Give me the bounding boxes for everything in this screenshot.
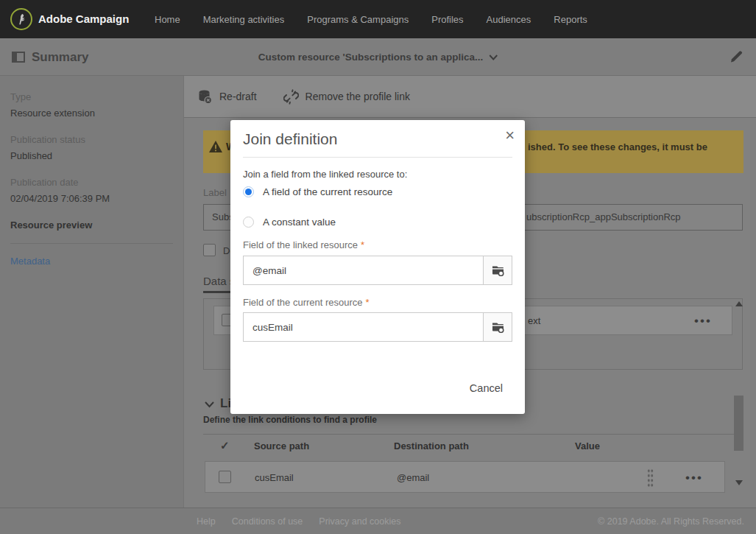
footer-link-help[interactable]: Help bbox=[197, 516, 216, 527]
link-row-source: cusEmail bbox=[255, 472, 294, 483]
required-asterisk: * bbox=[361, 239, 364, 250]
publication-date-label: Publication date bbox=[10, 177, 173, 188]
footer-link-conditions[interactable]: Conditions of use bbox=[232, 516, 303, 527]
scroll-up-icon[interactable] bbox=[735, 301, 743, 306]
section-title: Summary bbox=[32, 50, 88, 65]
pencil-edit-icon[interactable] bbox=[729, 49, 743, 64]
field-linked-label: Field of the linked resource bbox=[243, 239, 358, 250]
link-section-chevron-icon[interactable] bbox=[205, 401, 214, 408]
drag-handle-icon[interactable] bbox=[647, 468, 654, 487]
remove-profile-link-button[interactable]: Remove the profile link bbox=[283, 89, 410, 105]
metadata-link[interactable]: Metadata bbox=[10, 256, 173, 267]
link-row-ellipsis-menu[interactable]: ••• bbox=[685, 471, 703, 484]
radio-constant-value[interactable]: A constant value bbox=[243, 217, 336, 228]
folder-search-icon bbox=[492, 321, 504, 333]
nav-item-marketing-activities[interactable]: Marketing activities bbox=[203, 14, 285, 25]
column-value: Value bbox=[575, 440, 600, 452]
field-linked-picker-button[interactable] bbox=[483, 256, 512, 284]
publication-date-value: 02/04/2019 7:06:39 PM bbox=[10, 193, 173, 204]
nav-menu: Home Marketing activities Programs & Cam… bbox=[155, 0, 587, 38]
cancel-button[interactable]: Cancel bbox=[470, 382, 503, 394]
link-row-destination: @email bbox=[397, 472, 429, 483]
nav-item-home[interactable]: Home bbox=[155, 14, 180, 25]
field-current-input-wrap bbox=[243, 312, 512, 342]
link-row-checkbox[interactable] bbox=[219, 471, 231, 483]
close-icon[interactable]: × bbox=[505, 126, 515, 145]
dialog-intro-text: Join a field from the linked resource to… bbox=[243, 169, 407, 180]
label-field-label: Label bbox=[203, 187, 227, 198]
row-ellipsis-menu[interactable]: ••• bbox=[694, 315, 712, 327]
field-linked-input[interactable] bbox=[244, 256, 484, 284]
field-current-label-row: Field of the current resource* bbox=[243, 297, 370, 308]
logo-glyph-icon bbox=[15, 13, 28, 26]
brand-title: Adobe Campaign bbox=[38, 0, 129, 38]
folder-search-icon bbox=[492, 264, 504, 276]
radio-selected-icon bbox=[243, 186, 254, 197]
summary-section: Summary bbox=[12, 38, 88, 76]
footer-link-privacy[interactable]: Privacy and cookies bbox=[319, 516, 400, 527]
link-table-header-border bbox=[203, 434, 743, 435]
required-asterisk: * bbox=[366, 297, 370, 308]
column-source-path: Source path bbox=[254, 440, 309, 452]
redraft-button[interactable]: Re-draft bbox=[197, 89, 257, 105]
summary-sidebar: Type Resource extension Publication stat… bbox=[0, 76, 184, 508]
nav-item-programs-campaigns[interactable]: Programs & Campaigns bbox=[307, 14, 409, 25]
nav-item-profiles[interactable]: Profiles bbox=[431, 14, 463, 25]
field-current-input[interactable] bbox=[244, 313, 484, 341]
radio-unselected-icon bbox=[243, 217, 254, 228]
id-input-value: ubscriptionRcp_appSubscriptionRcp bbox=[526, 211, 681, 222]
action-toolbar: Re-draft Remove the profile link bbox=[184, 76, 756, 118]
chevron-down-icon bbox=[489, 55, 498, 60]
check-column-icon: ✓ bbox=[220, 439, 230, 452]
warning-text-fragment-right: ished. To see these changes, it must be bbox=[528, 141, 707, 152]
link-condition-row[interactable]: cusEmail @email ••• bbox=[205, 461, 725, 493]
database-x-icon bbox=[197, 89, 213, 105]
link-section-subtitle: Define the link conditions to find a pro… bbox=[203, 415, 377, 425]
field-linked-label-row: Field of the linked resource* bbox=[243, 239, 364, 250]
field-current-label: Field of the current resource bbox=[243, 297, 363, 308]
footer-copyright: © 2019 Adobe. All Rights Reserved. bbox=[598, 516, 756, 527]
warning-icon bbox=[208, 140, 223, 153]
sidebar-divider bbox=[10, 243, 173, 244]
type-value: Resource extension bbox=[10, 108, 173, 119]
adobe-campaign-screen: Adobe Campaign Home Marketing activities… bbox=[0, 0, 756, 534]
publication-status-value: Published bbox=[10, 150, 173, 161]
radio-field-label: A field of the current resource bbox=[263, 186, 392, 197]
adobe-campaign-logo-icon[interactable] bbox=[10, 8, 32, 30]
publication-status-label: Publication status bbox=[10, 134, 173, 145]
broken-link-icon bbox=[283, 89, 299, 105]
scroll-down-icon[interactable] bbox=[735, 480, 743, 485]
page-header: Summary Custom resource 'Subscriptions t… bbox=[0, 38, 756, 76]
radio-field-of-current-resource[interactable]: A field of the current resource bbox=[243, 186, 392, 197]
dialog-title: Join definition bbox=[243, 130, 337, 148]
top-nav: Adobe Campaign Home Marketing activities… bbox=[0, 0, 756, 38]
resource-preview-label: Resource preview bbox=[10, 219, 173, 231]
type-label: Type bbox=[10, 91, 173, 102]
resource-title-dropdown[interactable]: Custom resource 'Subscriptions to an app… bbox=[258, 38, 498, 76]
join-definition-dialog: Join definition × Join a field from the … bbox=[230, 120, 525, 414]
redraft-label: Re-draft bbox=[219, 91, 257, 102]
remove-profile-link-label: Remove the profile link bbox=[305, 91, 410, 102]
footer: Help Conditions of use Privacy and cooki… bbox=[0, 507, 756, 534]
page-title: Custom resource 'Subscriptions to an app… bbox=[258, 52, 484, 63]
field-current-picker-button[interactable] bbox=[483, 313, 512, 341]
summary-panel-icon bbox=[12, 52, 25, 63]
column-destination-path: Destination path bbox=[394, 440, 469, 452]
radio-constant-label: A constant value bbox=[263, 217, 336, 228]
field-linked-input-wrap bbox=[243, 256, 512, 285]
scrollbar-thumb[interactable] bbox=[734, 396, 743, 451]
row-type-fragment: ext bbox=[528, 315, 540, 326]
nav-item-reports[interactable]: Reports bbox=[554, 14, 587, 25]
do-not-checkbox[interactable] bbox=[203, 244, 216, 256]
nav-item-audiences[interactable]: Audiences bbox=[487, 14, 531, 25]
dialog-divider bbox=[243, 157, 512, 158]
